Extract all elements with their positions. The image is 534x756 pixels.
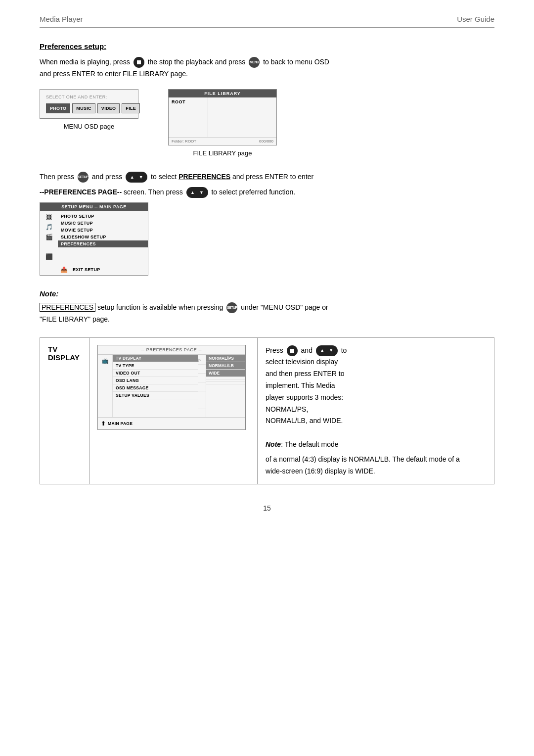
tv-display-label: TV DISPLAY bbox=[40, 337, 89, 484]
pref-value-col: NORMAL/PS NORMAL/LB WIDE bbox=[206, 355, 245, 417]
pref-main-icon: ⬆ bbox=[101, 420, 106, 427]
pref-arrow-2 bbox=[198, 365, 206, 374]
tv-right-line2: select television display bbox=[266, 356, 486, 368]
header-right: User Guide bbox=[457, 15, 494, 23]
menu-buttons: PHOTO MUSIC VIDEO FILE bbox=[46, 103, 132, 113]
pref-item-tv-type: TV TYPE bbox=[113, 362, 198, 370]
tv-display-table: TV DISPLAY -- PREFERENCES PAGE -- 📺 bbox=[40, 337, 494, 485]
tv-right-line7: NORMAL/LB, and WIDE. bbox=[266, 415, 486, 427]
page-number: 15 bbox=[40, 504, 494, 512]
setup-icons-col: 🖼 🎵 🎬 ⬛ bbox=[40, 211, 58, 263]
tv-note-bold: Note bbox=[266, 440, 281, 448]
pref-arrow-3 bbox=[198, 374, 206, 382]
setup-item-slideshow: SLIDESHOW SETUP bbox=[58, 234, 148, 240]
preferences-bold: PREFERENCES bbox=[178, 173, 230, 181]
pref-main-label: MAIN PAGE bbox=[108, 421, 133, 426]
pref-items-col: TV DISPLAY TV TYPE VIDEO OUT OSD LANG OS… bbox=[113, 355, 198, 417]
note-under: under "MENU OSD" page or bbox=[241, 303, 328, 311]
setup-menu-screen: SETUP MENU -- MAIN PAGE 🖼 🎵 🎬 ⬛ PHOTO SE… bbox=[40, 202, 148, 276]
to-text: to bbox=[341, 346, 347, 354]
tv-bottom-line1: of a normal (4:3) display is NORMAL/LB. … bbox=[266, 454, 486, 466]
and-press-text: and press bbox=[92, 173, 122, 181]
select-label: SELECT ONE AND ENTER: bbox=[46, 94, 132, 99]
section-title: Preferences setup: bbox=[40, 42, 494, 50]
setup-menu-header: SETUP MENU -- MAIN PAGE bbox=[40, 203, 148, 211]
note-body: PREFERENCES setup function is available … bbox=[40, 302, 494, 326]
screens-row: SELECT ONE AND ENTER: PHOTO MUSIC VIDEO … bbox=[40, 89, 494, 157]
menu-btn-photo: PHOTO bbox=[46, 103, 70, 113]
para-line2: and press ENTER to enter FILE LIBRARY pa… bbox=[40, 70, 188, 78]
exit-label: EXIT SETUP bbox=[70, 266, 103, 273]
stop-icon bbox=[134, 57, 144, 68]
setup-icon-photo: 🖼 bbox=[43, 213, 55, 222]
pref-item-osd-lang: OSD LANG bbox=[113, 377, 198, 384]
pref-icon-col: 📺 bbox=[98, 355, 113, 417]
file-library-label: FILE LIBRARY page bbox=[193, 149, 252, 157]
setup-item-preferences: PREFERENCES bbox=[58, 240, 148, 247]
pref-icon-2 bbox=[100, 377, 110, 385]
tv-right-line1: Press and to bbox=[266, 345, 486, 357]
menu-btn-music: MUSIC bbox=[72, 103, 95, 113]
note-title: Note: bbox=[40, 289, 494, 298]
tv-note-rest: : The default mode bbox=[281, 440, 338, 448]
setup-icon-note: SETUP bbox=[226, 302, 237, 313]
setup-icon-music: 🎵 bbox=[43, 223, 55, 232]
file-library-screen: FILE LIBRARY ROOT Folder: ROOT 000/000 bbox=[168, 89, 277, 145]
pref-arrow-5 bbox=[198, 391, 206, 400]
file-lib-footer: Folder: ROOT 000/000 bbox=[169, 137, 276, 145]
pref-item-osd-message: OSD MESSAGE bbox=[113, 384, 198, 392]
pref-arrow-4 bbox=[198, 382, 206, 391]
file-count: 000/000 bbox=[259, 139, 273, 143]
tv-display-right: Press and to select television display a… bbox=[258, 337, 494, 484]
file-lib-header: FILE LIBRARY bbox=[169, 90, 276, 97]
updown-icon-tv bbox=[316, 345, 338, 356]
pref-icon-3 bbox=[100, 386, 110, 395]
note-section: Note: PREFERENCES setup function is avai… bbox=[40, 289, 494, 326]
menu-btn-video: VIDEO bbox=[97, 103, 120, 113]
pref-val-empty3 bbox=[206, 382, 245, 384]
page-header: Media Player User Guide bbox=[40, 15, 494, 28]
setup-menu-body: 🖼 🎵 🎬 ⬛ PHOTO SETUP MUSIC SETUP MOVIE SE… bbox=[40, 211, 148, 263]
intro-paragraph: When media is playing, press the stop th… bbox=[40, 56, 494, 80]
pref-val-wide: WIDE bbox=[206, 370, 245, 377]
to-select-text: to select bbox=[151, 173, 177, 181]
pref-page-screen: -- PREFERENCES PAGE -- 📺 TV DISPLAY bbox=[97, 345, 246, 430]
pref-page-body: 📺 TV DISPLAY TV TYPE VIDEO OUT OSD LANG bbox=[98, 355, 245, 417]
setup-items-col: PHOTO SETUP MUSIC SETUP MOVIE SETUP SLID… bbox=[58, 211, 148, 263]
pref-item-video-out: VIDEO OUT bbox=[113, 370, 198, 377]
setup-item-music: MUSIC SETUP bbox=[58, 220, 148, 227]
folder-label: Folder: ROOT bbox=[172, 139, 196, 143]
note-body-text: setup function is available when pressin… bbox=[97, 303, 223, 311]
pref-icon-4 bbox=[100, 396, 110, 405]
pref-bottom: ⬆ MAIN PAGE bbox=[98, 417, 245, 429]
page: Media Player User Guide Preferences setu… bbox=[0, 0, 534, 756]
setup-icon-slideshow bbox=[43, 242, 55, 251]
preferences-setup-section: Preferences setup: When media is playing… bbox=[40, 42, 494, 276]
tv-note-line: Note: The default mode bbox=[266, 439, 486, 451]
para-pre: When media is playing, press bbox=[40, 58, 130, 66]
tv-right-line3: and then press ENTER to bbox=[266, 368, 486, 380]
pref-icon-tv: 📺 bbox=[100, 357, 110, 366]
menu-btn-file: FILE bbox=[122, 103, 140, 113]
then-press-line1: Then press SETUP and press to select PRE… bbox=[40, 171, 494, 183]
then-press-text: Then press bbox=[40, 173, 74, 181]
pref-arrow-1: ▷ bbox=[198, 356, 206, 365]
setup-item-movie: MOVIE SETUP bbox=[58, 227, 148, 234]
tv-right-line5: player supports 3 modes: bbox=[266, 392, 486, 404]
setup-item-photo: PHOTO SETUP bbox=[58, 213, 148, 220]
pref-page-dashes: --PREFERENCES PAGE-- bbox=[40, 188, 122, 196]
screen-text: screen. Then press bbox=[124, 188, 184, 196]
para-mid: the stop the playback and press bbox=[148, 58, 246, 66]
menu-osd-screen: SELECT ONE AND ENTER: PHOTO MUSIC VIDEO … bbox=[40, 89, 138, 119]
file-lib-left: ROOT bbox=[169, 97, 208, 137]
pref-box: PREFERENCES bbox=[40, 303, 95, 312]
file-lib-body: ROOT bbox=[169, 97, 276, 137]
exit-icon: 📤 bbox=[58, 266, 70, 273]
root-label: ROOT bbox=[172, 99, 205, 104]
menu-osd-label: MENU OSD page bbox=[64, 123, 115, 130]
tv-bottom-line2: wide-screen (16:9) display is WIDE. bbox=[266, 466, 486, 477]
header-left: Media Player bbox=[40, 15, 83, 23]
updown-icon bbox=[126, 172, 147, 183]
file-lib-right bbox=[208, 97, 276, 137]
setup-icon: SETUP bbox=[78, 172, 89, 183]
